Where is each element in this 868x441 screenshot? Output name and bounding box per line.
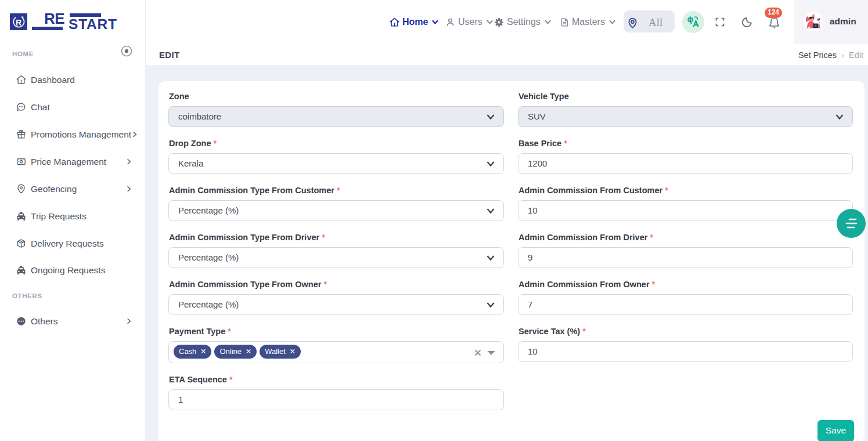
svg-text:R: R — [16, 18, 21, 27]
